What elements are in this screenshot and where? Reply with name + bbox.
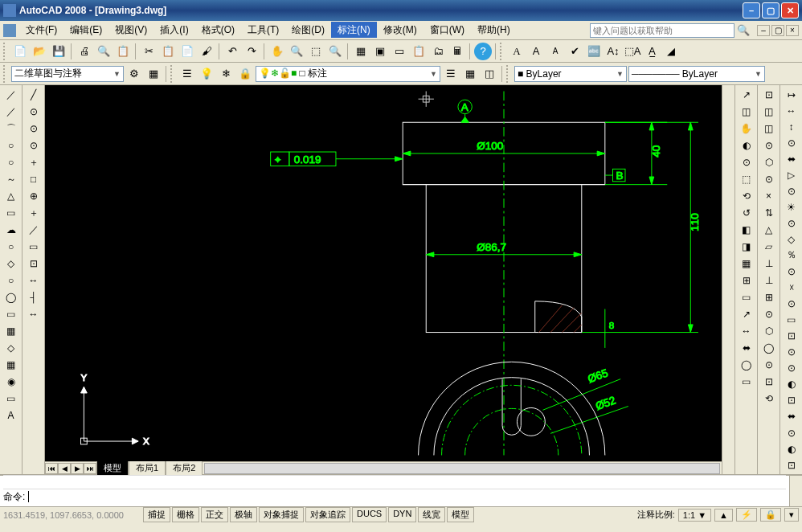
dim-btn-15[interactable]: ⊡ <box>783 329 800 344</box>
tab-next-button[interactable]: ▶ <box>71 463 84 474</box>
dim-btn-2[interactable]: ↕ <box>783 119 800 134</box>
undo-button[interactable]: ↶ <box>223 43 241 60</box>
tab-prev-button[interactable]: ◀ <box>58 463 71 474</box>
draw-btn-19[interactable]: A <box>2 407 20 424</box>
draw-btn-3[interactable]: ○ <box>2 137 20 153</box>
dim-btn-19[interactable]: ⊡ <box>783 393 800 408</box>
layer-freeze-button[interactable]: ❄ <box>217 65 235 83</box>
menu-8[interactable]: 修改(M) <box>377 22 424 38</box>
draw2-btn-3[interactable]: ⊙ <box>25 137 43 153</box>
status-toggle-6[interactable]: DUCS <box>352 507 387 522</box>
mdi-minimize-button[interactable]: – <box>757 25 770 36</box>
draw-btn-9[interactable]: ○ <box>2 239 20 255</box>
modify-btn-17[interactable]: ⊡ <box>760 374 778 390</box>
view-btn-8[interactable]: ◧ <box>738 222 755 238</box>
draw2-btn-0[interactable]: ╱ <box>25 87 43 103</box>
draw-btn-11[interactable]: ○ <box>2 272 20 289</box>
draw-btn-10[interactable]: ◇ <box>2 256 20 272</box>
draw-btn-8[interactable]: ☁ <box>2 222 20 238</box>
horizontal-scrollbar[interactable] <box>204 463 720 474</box>
open-button[interactable]: 📂 <box>31 43 48 60</box>
modify-btn-2[interactable]: ◫ <box>760 121 778 137</box>
draw2-btn-4[interactable]: ＋ <box>25 154 43 170</box>
status-lock-button[interactable]: 🔒 <box>760 508 781 522</box>
workspace-combo[interactable]: 二维草图与注释▼ <box>11 66 124 82</box>
draw-btn-17[interactable]: ◉ <box>2 374 20 390</box>
status-toggle-1[interactable]: 栅格 <box>172 507 199 522</box>
sheet-button[interactable]: 📋 <box>410 43 428 60</box>
text-small-a-button[interactable]: A <box>546 43 564 60</box>
modify-btn-18[interactable]: ⟲ <box>760 391 778 407</box>
menu-3[interactable]: 插入(I) <box>153 22 194 38</box>
view-btn-15[interactable]: ⬌ <box>738 340 755 356</box>
calc-button[interactable]: 🖩 <box>448 43 466 60</box>
help-button[interactable]: ? <box>474 43 492 60</box>
view-btn-10[interactable]: ▦ <box>738 256 755 272</box>
modify-btn-8[interactable]: △ <box>760 222 778 238</box>
draw2-btn-8[interactable]: ／ <box>25 222 43 238</box>
print-button[interactable]: 🖨 <box>76 43 93 60</box>
modify-btn-10[interactable]: ⊥ <box>760 256 778 272</box>
menu-10[interactable]: 帮助(H) <box>471 22 517 38</box>
maximize-button[interactable]: ▢ <box>762 2 779 18</box>
view-btn-16[interactable]: ◯ <box>738 357 755 373</box>
draw-btn-2[interactable]: ⌒ <box>2 121 20 137</box>
dim-btn-16[interactable]: ⊙ <box>783 345 800 360</box>
mdi-restore-button[interactable]: ▢ <box>771 25 784 36</box>
menu-7[interactable]: 标注(N) <box>331 22 377 38</box>
status-toggle-9[interactable]: 模型 <box>447 507 474 522</box>
tab-layout2[interactable]: 布局2 <box>166 460 203 476</box>
toolbar-grip[interactable] <box>506 65 510 83</box>
new-button[interactable]: 📄 <box>11 43 29 60</box>
dim-btn-23[interactable]: ⊡ <box>783 457 800 473</box>
layer-manager-button[interactable]: ☰ <box>178 65 196 83</box>
modify-btn-6[interactable]: × <box>760 188 778 204</box>
draw-btn-18[interactable]: ▭ <box>2 391 20 407</box>
modify-btn-1[interactable]: ◫ <box>760 104 778 120</box>
modify-btn-15[interactable]: ◯ <box>760 340 778 356</box>
view-btn-3[interactable]: ◐ <box>738 137 755 153</box>
dim-btn-18[interactable]: ◐ <box>783 377 800 392</box>
dim-btn-3[interactable]: ⊙ <box>783 135 800 150</box>
menu-5[interactable]: 工具(T) <box>241 22 285 38</box>
zoom-button[interactable]: 🔍 <box>288 43 305 60</box>
text-style-a-button[interactable]: A <box>508 43 526 60</box>
modify-btn-4[interactable]: ⬡ <box>760 154 778 170</box>
zoom-window-button[interactable]: ⬚ <box>307 43 325 60</box>
menu-1[interactable]: 编辑(E) <box>63 22 108 38</box>
view-btn-5[interactable]: ⬚ <box>738 171 755 187</box>
layer-prev-button[interactable]: ☰ <box>442 65 460 83</box>
toolbar-grip[interactable] <box>3 65 7 83</box>
modify-btn-3[interactable]: ⊙ <box>760 137 778 153</box>
draw2-btn-9[interactable]: ▭ <box>25 239 43 255</box>
draw2-btn-7[interactable]: ＋ <box>25 205 43 221</box>
layer-state-button[interactable]: ▦ <box>461 65 479 83</box>
match-button[interactable]: 🖌 <box>198 43 215 60</box>
view-btn-11[interactable]: ⊞ <box>738 272 755 289</box>
draw2-btn-6[interactable]: ⊕ <box>25 188 43 204</box>
view-btn-1[interactable]: ◫ <box>738 104 755 120</box>
menu-2[interactable]: 视图(V) <box>108 22 153 38</box>
tab-model[interactable]: 模型 <box>96 460 129 476</box>
search-icon[interactable]: 🔍 <box>734 22 752 39</box>
paste-button[interactable]: 📄 <box>178 43 196 60</box>
mdi-close-button[interactable]: × <box>786 25 799 36</box>
pan-button[interactable]: ✋ <box>268 43 286 60</box>
redo-button[interactable]: ↷ <box>243 43 260 60</box>
draw2-btn-10[interactable]: ⊡ <box>25 256 43 272</box>
draw-btn-12[interactable]: ◯ <box>2 289 20 305</box>
properties-button[interactable]: ▦ <box>352 43 370 60</box>
tab-last-button[interactable]: ⏭ <box>84 463 96 474</box>
dim-btn-7[interactable]: ☀ <box>783 199 800 215</box>
status-toggle-5[interactable]: 对象追踪 <box>305 507 350 522</box>
draw-btn-13[interactable]: ▭ <box>2 306 20 322</box>
status-tray-button[interactable]: ▾ <box>784 508 799 522</box>
dim-btn-1[interactable]: ↔ <box>783 103 800 118</box>
workspace-lock-button[interactable]: ▦ <box>145 65 162 83</box>
view-btn-13[interactable]: ↗ <box>738 306 755 322</box>
text-a-button[interactable]: A <box>527 43 545 60</box>
view-btn-2[interactable]: ✋ <box>738 121 755 137</box>
draw2-btn-2[interactable]: ⊙ <box>25 121 43 137</box>
draw2-btn-11[interactable]: ↔ <box>25 272 43 289</box>
annotation-scale-combo[interactable]: 1:1 ▼ <box>678 509 711 522</box>
